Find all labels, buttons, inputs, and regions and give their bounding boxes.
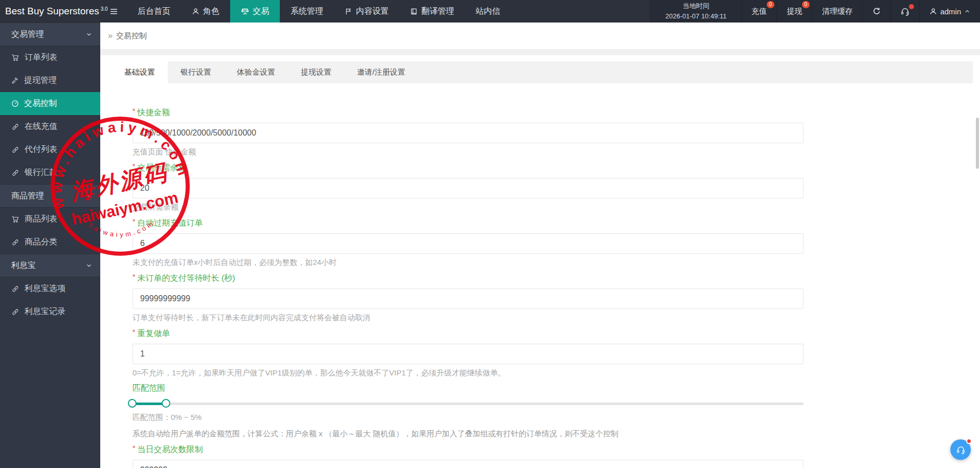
tab-label: 邀请/注册设置: [357, 68, 405, 77]
tab-4[interactable]: 邀请/注册设置: [344, 61, 418, 83]
customer-service-button[interactable]: [950, 439, 971, 460]
sidebar-section-2[interactable]: 利息宝: [0, 254, 100, 277]
required-asterisk: *: [132, 217, 135, 226]
gauge-icon: [11, 100, 19, 107]
field-label: *当日交易次数限制: [132, 444, 980, 455]
nav-item-label: 翻译管理: [421, 6, 454, 17]
link-icon: [11, 123, 19, 131]
navbar-right: 当地时间 2026-01-07 10:49:11 充值0提现0清理缓存 admi…: [650, 0, 980, 23]
sidebar-item-2-0[interactable]: 利息宝选项: [0, 277, 100, 300]
time-value: 2026-01-07 10:49:11: [665, 11, 727, 21]
nav-item-1[interactable]: 角色: [181, 0, 230, 23]
gavel-icon: [11, 77, 19, 84]
sidebar-section-0[interactable]: 交易管理: [0, 23, 100, 46]
nav-action-label: 提现: [787, 7, 802, 16]
form-field-6: *当日交易次数限制: [132, 444, 980, 468]
sidebar-item-0-5[interactable]: 银行汇款: [0, 161, 100, 184]
form-field-5: 匹配范围匹配范围：0% ~ 5%系统自动给用户派单的金额范围，计算公式：用户余额…: [132, 383, 980, 438]
admin-user-menu[interactable]: admin: [919, 0, 980, 23]
slider-fill: [132, 403, 166, 405]
range-slider[interactable]: [132, 398, 804, 409]
form-field-1: *交易所需余额交易所需余额: [132, 162, 980, 212]
field-label: *未订单的支付等待时长 (秒): [132, 273, 980, 284]
field-label: *重复做单: [132, 328, 980, 339]
breadcrumb-chevron-icon: »: [108, 31, 113, 40]
tab-label: 体验金设置: [237, 68, 275, 77]
navbar-actions: 充值0提现0清理缓存: [741, 0, 919, 23]
field-label: *交易所需余额: [132, 162, 980, 173]
sidebar-item-0-2[interactable]: 交易控制: [0, 92, 100, 115]
nav-action-2[interactable]: 清理缓存: [812, 0, 862, 23]
field-label: *自动过期充值订单: [132, 217, 980, 229]
tab-0[interactable]: 基础设置: [112, 61, 168, 83]
nav-item-2[interactable]: 交易: [230, 0, 280, 23]
settings-panel: 基础设置银行设置体验金设置提现设置邀请/注册设置 *快捷金额充值页面 快捷金额*…: [100, 55, 980, 468]
nav-item-label: 系统管理: [291, 6, 323, 17]
field-label: 匹配范围: [132, 383, 980, 394]
nav-action-label: 充值: [751, 7, 767, 16]
tab-1[interactable]: 银行设置: [168, 61, 224, 83]
time-label: 当地时间: [683, 1, 709, 11]
field-note: 系统自动给用户派单的金额范围，计算公式：用户余额 x （最小～最大 随机值），如…: [132, 429, 980, 438]
field-input-3[interactable]: [132, 288, 804, 309]
chevron-up-icon: [964, 8, 970, 14]
sidebar-item-label: 银行汇款: [25, 167, 57, 178]
nav-item-6[interactable]: 站内信: [465, 0, 511, 23]
nav-item-4[interactable]: 内容设置: [334, 0, 399, 23]
sidebar-section-1[interactable]: 商品管理: [0, 184, 100, 208]
sidebar-section-label: 商品管理: [11, 191, 44, 202]
required-asterisk: *: [132, 107, 135, 115]
link-icon: [11, 238, 19, 247]
sidebar-item-label: 订单列表: [25, 52, 57, 63]
field-input-0[interactable]: [132, 123, 804, 143]
nav-item-label: 后台首页: [138, 6, 170, 17]
nav-action-3[interactable]: [862, 0, 890, 23]
nav-action-0[interactable]: 充值0: [741, 0, 776, 23]
user-icon: [929, 8, 937, 15]
slider-handle-min[interactable]: [128, 399, 137, 408]
field-input-4[interactable]: [132, 344, 804, 364]
field-input-2[interactable]: [132, 233, 804, 254]
sidebar-item-0-1[interactable]: 提现管理: [0, 69, 100, 92]
tab-3[interactable]: 提现设置: [288, 61, 344, 83]
sidebar-item-0-0[interactable]: 订单列表: [0, 46, 100, 69]
sidebar-item-label: 提现管理: [24, 75, 57, 86]
nav-item-0[interactable]: 后台首页: [127, 0, 181, 23]
field-label: *快捷金额: [132, 107, 980, 118]
sidebar-item-1-1[interactable]: 商品分类: [0, 231, 100, 254]
nav-item-3[interactable]: 系统管理: [280, 0, 334, 23]
count-badge: 0: [802, 1, 810, 8]
slider-handle-max[interactable]: [162, 399, 170, 408]
logo-version: 3.0: [101, 6, 108, 12]
nav-action-1[interactable]: 提现0: [776, 0, 812, 23]
sidebar-item-label: 利息宝选项: [25, 283, 65, 294]
field-input-1[interactable]: [132, 178, 804, 198]
tab-label: 基础设置: [124, 68, 155, 77]
headset-icon: [901, 7, 909, 16]
link-icon: [11, 146, 19, 154]
local-time: 当地时间 2026-01-07 10:49:11: [650, 0, 741, 23]
nav-item-label: 角色: [203, 6, 219, 17]
notification-dot: [909, 4, 914, 9]
field-help: 订单支付等待时长，新下订单未在此时间内容完成支付将会被自动取消: [132, 313, 980, 322]
sidebar-item-label: 在线充值: [25, 121, 57, 132]
sidebar-item-0-3[interactable]: 在线充值: [0, 115, 100, 138]
field-help: 匹配范围：0% ~ 5%: [132, 413, 980, 422]
form-field-0: *快捷金额充值页面 快捷金额: [132, 107, 980, 157]
breadcrumb: » 交易控制: [100, 23, 980, 49]
required-asterisk: *: [132, 444, 135, 452]
nav-action-4[interactable]: [890, 0, 919, 23]
slider-track[interactable]: [132, 403, 804, 405]
app-logo: Best Buy Superstores3.0: [0, 0, 100, 23]
nav-action-label: 清理缓存: [822, 7, 853, 16]
admin-username: admin: [940, 7, 961, 16]
sidebar-item-0-4[interactable]: 代付列表: [0, 138, 100, 161]
sidebar-section-label: 交易管理: [11, 29, 44, 40]
field-input-6[interactable]: [132, 460, 804, 468]
nav-item-label: 交易: [253, 6, 269, 17]
scrollbar-thumb[interactable]: [976, 118, 979, 169]
nav-item-5[interactable]: 翻译管理: [399, 0, 465, 23]
tab-2[interactable]: 体验金设置: [224, 61, 288, 83]
sidebar-item-2-1[interactable]: 利息宝记录: [0, 300, 100, 323]
sidebar-item-1-0[interactable]: 商品列表: [0, 208, 100, 231]
